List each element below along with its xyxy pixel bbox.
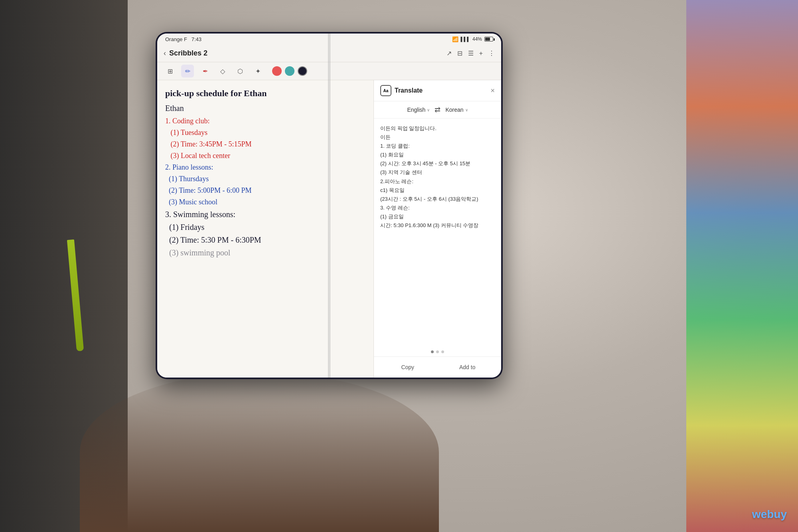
dot-2	[436, 350, 439, 353]
tools-bar: ⊞ ✏ ✒ ◇ ⬡ ✦	[157, 62, 501, 80]
translation-line-11: (1) 금요일	[380, 212, 495, 221]
add-to-button[interactable]: Add to	[440, 361, 495, 374]
note-line-1: 1. Coding club:	[165, 116, 365, 127]
bg-bottom-hand	[80, 372, 439, 532]
source-lang-arrow: ∨	[427, 108, 430, 112]
note-line-5: 2. Piano lessons:	[165, 162, 365, 173]
note-line-8: (3) Music school	[165, 197, 365, 208]
swap-languages-icon[interactable]: ⇄	[435, 105, 440, 114]
translate-icon-text: Aa	[383, 89, 389, 93]
target-language-selector[interactable]: Korean ∨	[445, 107, 468, 113]
back-button[interactable]: ‹	[164, 49, 166, 57]
target-lang-arrow: ∨	[465, 108, 468, 112]
translation-line-10: 3. 수영 레슨:	[380, 204, 495, 212]
translation-line-8: c1) 목요일	[380, 186, 495, 195]
translate-actions: Copy Add to	[374, 356, 501, 378]
status-bar: Orange F 7:43 📶 ▌▌▌ 44%	[157, 34, 501, 45]
webuy-watermark: webuy	[752, 508, 787, 521]
bg-right-books	[686, 0, 798, 532]
tablet-device: Orange F 7:43 📶 ▌▌▌ 44% ‹ Scribbles 2 ↗ …	[156, 32, 503, 379]
translation-line-3: 1. 코딩 클럽:	[380, 142, 495, 150]
note-title: pick-up schedule for Ethan	[165, 87, 365, 100]
webuy-suffix: buy	[767, 508, 787, 520]
close-button[interactable]: ×	[490, 87, 495, 95]
carrier: Orange F	[165, 36, 187, 42]
source-lang-label: English	[407, 107, 425, 113]
battery-label: 44%	[472, 36, 482, 42]
color-teal[interactable]	[285, 66, 294, 76]
color-palette	[272, 66, 307, 76]
status-icons: 📶 ▌▌▌ 44%	[452, 36, 493, 42]
translation-line-6: (3) 지역 기술 센터	[380, 168, 495, 177]
carrier-time: Orange F 7:43	[165, 36, 201, 42]
note-line-12: (3) swimming pool	[165, 247, 365, 259]
more-icon[interactable]: ⋮	[488, 49, 495, 57]
translation-line-12: 시간: 5:30 P1.6:300 M (3) 커뮤니티 수영장	[380, 221, 495, 230]
grid-tool[interactable]: ⊞	[164, 65, 176, 77]
lasso-tool[interactable]: ⬡	[234, 65, 247, 77]
translation-line-7: 2.피아노 레슨:	[380, 177, 495, 186]
pen-tool[interactable]: ✏	[181, 65, 194, 77]
translate-title-row: Aa Translate	[380, 85, 423, 96]
translation-output: 이든의 픽업 일정입니다. 이든 1. 코딩 클럽: (1) 화요일 (2) 시…	[374, 119, 501, 347]
target-lang-label: Korean	[445, 107, 463, 113]
content-area: pick-up schedule for Ethan Ethan 1. Codi…	[157, 80, 501, 378]
note-name: Ethan	[165, 102, 365, 114]
source-language-selector[interactable]: English ∨	[407, 107, 430, 113]
magic-tool[interactable]: ✦	[251, 65, 264, 77]
list-icon[interactable]: ☰	[468, 49, 474, 57]
color-dark[interactable]	[298, 66, 307, 76]
note-line-6: (1) Thursdays	[165, 174, 365, 184]
add-icon[interactable]: +	[479, 50, 483, 57]
page-dots	[374, 347, 501, 356]
wifi-icon: 📶	[452, 36, 458, 42]
color-red[interactable]	[272, 66, 282, 76]
device-screen: Orange F 7:43 📶 ▌▌▌ 44% ‹ Scribbles 2 ↗ …	[157, 34, 501, 378]
translate-icon: Aa	[380, 85, 391, 96]
translate-panel: Aa Translate × English ∨ ⇄ Korean ∨	[373, 80, 501, 378]
dot-1	[431, 350, 434, 353]
translation-line-9: (23시간 : 오후 5시 - 오후 6시 (33음악학교)	[380, 195, 495, 204]
note-area: pick-up schedule for Ethan Ethan 1. Codi…	[157, 80, 373, 378]
note-line-3: (2) Time: 3:45PM - 5:15PM	[165, 139, 365, 150]
battery-icon	[484, 37, 493, 42]
toolbar-right: ↗ ⊟ ☰ + ⋮	[446, 49, 495, 57]
toolbar: ‹ Scribbles 2 ↗ ⊟ ☰ + ⋮	[157, 45, 501, 62]
note-line-11: (2) Time: 5:30 PM - 6:30PM	[165, 234, 365, 246]
eraser-tool[interactable]: ◇	[216, 65, 229, 77]
signal-icon: ▌▌▌	[461, 37, 470, 42]
note-line-10: (1) Fridays	[165, 221, 365, 233]
webuy-prefix: we	[752, 508, 767, 520]
translation-line-1: 이든의 픽업 일정입니다.	[380, 124, 495, 133]
note-line-7: (2) Time: 5:00PM - 6:00 PM	[165, 185, 365, 196]
translation-line-4: (1) 화요일	[380, 150, 495, 159]
translation-line-5: (2) 시간: 오후 3시 45분 - 오후 5시 15분	[380, 159, 495, 168]
dot-3	[441, 350, 444, 353]
notebook-title: Scribbles 2	[169, 49, 207, 57]
translation-line-2: 이든	[380, 133, 495, 142]
copy-button[interactable]: Copy	[380, 361, 435, 374]
expand-icon[interactable]: ↗	[446, 49, 452, 57]
language-row: English ∨ ⇄ Korean ∨	[374, 101, 501, 119]
translate-title: Translate	[395, 87, 423, 94]
note-line-4: (3) Local tech center	[165, 150, 365, 161]
toolbar-left: ‹ Scribbles 2	[164, 49, 207, 57]
marker-tool[interactable]: ✒	[199, 65, 211, 77]
note-line-2: (1) Tuesdays	[165, 127, 365, 138]
note-line-9: 3. Swimming lessons:	[165, 208, 365, 220]
translate-header: Aa Translate ×	[374, 80, 501, 101]
view-icon[interactable]: ⊟	[457, 49, 462, 57]
time: 7:43	[192, 36, 201, 42]
